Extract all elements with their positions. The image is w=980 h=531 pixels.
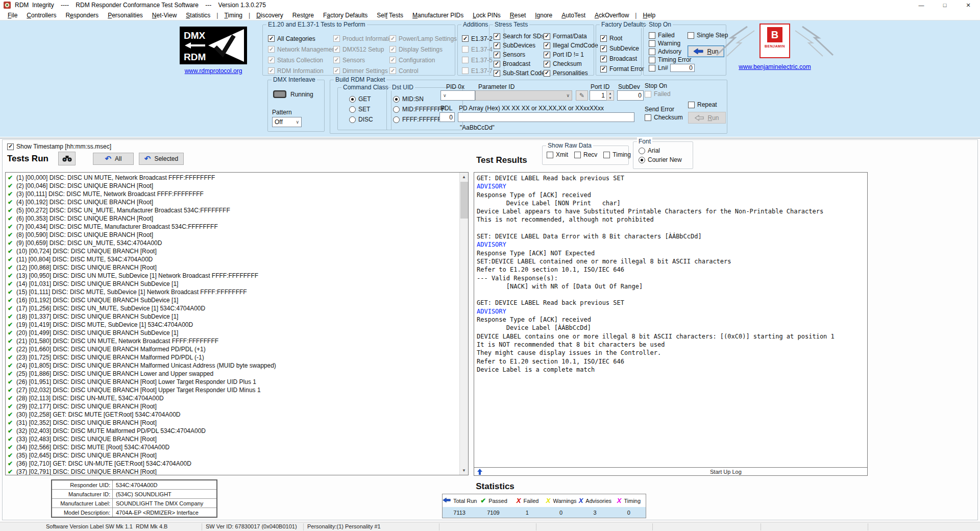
test-run-row[interactable]: ✔(9) [00,659] DISC: DISC UN_MUTE, 534C:4… [7,239,468,247]
line-number-input[interactable]: 0 [670,64,695,72]
checkbox-box[interactable] [494,61,500,67]
radio-circle[interactable] [393,116,400,123]
menu-item-restore[interactable]: Restore [288,11,318,20]
maximize-button[interactable]: □ [933,0,957,10]
rdmprotocol-link[interactable]: www.rdmprotocol.org [185,67,242,75]
test-run-row[interactable]: ✔(18) [01,337] DISC: DISC UNIQUE BRANCH … [7,312,468,321]
pattern-select[interactable]: Off ∨ [272,117,302,127]
menu-item-autotest[interactable]: AutoTest [557,11,590,20]
rerun-selected-button[interactable]: ↶ Selected [139,153,184,165]
test-run-row[interactable]: ✔(24) [01,805] DISC: DISC UNIQUE BRANCH … [7,361,468,370]
checkbox-box[interactable] [649,49,655,55]
checkbox-personalities[interactable]: Personalities [544,68,598,78]
tests-list-scrollbar[interactable]: ▲ ▼ [459,173,468,475]
radio-circle[interactable] [639,148,645,154]
test-run-row[interactable]: ✔(10) [00,724] DISC: DISC UNIQUE BRANCH … [7,247,468,255]
checkbox-box[interactable] [645,114,651,121]
radio-disc[interactable]: DISC [349,114,373,125]
checkbox-illegal-cmdcode[interactable]: Illegal CmdCode [544,41,598,50]
spin-up-icon[interactable]: ▲ [607,91,614,95]
test-run-row[interactable]: ✔(35) [02,645] DISC: DISC UNIQUE BRANCH … [7,451,468,460]
test-run-row[interactable]: ✔(20) [01,499] DISC: DISC UNIQUE BRANCH … [7,329,468,337]
checkbox-box[interactable] [7,143,14,150]
checkbox-warning[interactable]: Warning [649,39,692,47]
test-run-row[interactable]: ✔(27) [02,032] DISC: DISC UNIQUE BRANCH … [7,386,468,394]
radio-get[interactable]: GET [349,94,373,104]
startup-log-bar[interactable]: Start Up Log [474,467,868,476]
checkbox-box[interactable] [494,70,500,77]
test-run-row[interactable]: ✔(13) [00,950] DISC: DISC UN MUTE, SubDe… [7,272,468,280]
checkbox-box[interactable] [462,35,469,42]
checkbox-box[interactable] [268,35,275,42]
test-run-row[interactable]: ✔(8) [00,590] DISC: DISC UNIQUE BRANCH [… [7,231,468,239]
checkbox-box[interactable] [547,152,553,158]
checkbox-timing-error[interactable]: Timing Error [649,56,692,64]
checkbox-show-timestamp-hh-mm-ss-msec[interactable]: Show Timestamp [hh:mm:ss.msec] [7,142,111,151]
test-run-row[interactable]: ✔(32) [02,403] DISC: DISC MUTE Malformed… [7,427,468,435]
menu-item-discovery[interactable]: Discovery [252,11,288,20]
test-run-row[interactable]: ✔(33) [02,483] DISC: DISC UNIQUE BRANCH … [7,435,468,443]
test-run-row[interactable]: ✔(30) [02,258] GET: DISC MUTE [GET:Root]… [7,411,468,419]
test-run-row[interactable]: ✔(19) [01,419] DISC: DISC MUTE, SubDevic… [7,321,468,329]
checkbox-search-for-sds[interactable]: Search for SDs [494,32,545,41]
checkbox-box[interactable] [649,65,655,71]
checkbox-box[interactable] [600,35,607,42]
checkbox-box[interactable] [600,45,607,52]
pd-array-input[interactable] [458,112,634,122]
checkbox-timing[interactable]: Timing [603,151,631,158]
checkbox-box[interactable] [544,42,550,49]
checkbox-advisory[interactable]: Advisory [649,47,692,56]
checkbox-box[interactable] [544,33,550,40]
menu-item-lock-pins[interactable]: Lock PINs [468,11,505,20]
checkbox-checksum[interactable]: Checksum [544,59,598,68]
checkbox-port-id-1[interactable]: Port ID != 1 [544,50,598,59]
checkbox-broadcast[interactable]: Broadcast [600,54,644,64]
test-run-row[interactable]: ✔(25) [01,886] DISC: DISC UNIQUE BRANCH … [7,370,468,378]
checkbox-ln[interactable]: Ln# [649,64,668,72]
checkbox-box[interactable] [688,102,695,108]
menu-item-responders[interactable]: Responders [61,11,103,20]
benjaminelectric-link[interactable]: www.benjaminelectric.com [739,63,811,70]
checkbox-box[interactable] [494,52,500,58]
tests-run-list[interactable]: ✔(1) [00,000] DISC: DISC UN MUTE, Networ… [5,172,469,475]
test-run-row[interactable]: ✔(26) [01,951] DISC: DISC UNIQUE BRANCH … [7,378,468,386]
menu-item-self-tests[interactable]: Self Tests [372,11,408,20]
rerun-all-button[interactable]: ↶ All [93,153,134,165]
checkbox-box[interactable] [649,40,655,47]
checkbox-broadcast[interactable]: Broadcast [494,59,545,68]
test-run-row[interactable]: ✔(4) [00,192] DISC: DISC UNIQUE BRANCH [… [7,198,468,206]
menu-item-manufacturer-pids[interactable]: Manufacturer PIDs [408,11,468,20]
scrollbar-thumb[interactable] [460,182,468,219]
checkbox-box[interactable] [494,42,500,49]
checkbox-subdevice[interactable]: SubDevice [600,43,644,54]
test-run-row[interactable]: ✔(31) [02,352] DISC: DISC UNIQUE BRANCH … [7,419,468,427]
radio-circle[interactable] [349,116,356,123]
checkbox-checksum[interactable]: Checksum [645,113,683,122]
find-button[interactable] [58,152,76,165]
test-run-row[interactable]: ✔(3) [00,111] DISC: DISC MUTE, Network B… [7,190,468,198]
checkbox-box[interactable] [600,56,607,62]
checkbox-box[interactable] [688,32,694,39]
checkbox-xmit[interactable]: Xmit [547,151,568,158]
checkbox-box[interactable] [544,61,550,67]
checkbox-e1-37-2[interactable]: E1.37-2 [462,33,493,44]
test-run-row[interactable]: ✔(34) [02,566] DISC: DISC MUTE [Root] 53… [7,443,468,451]
checkbox-box[interactable] [494,33,500,40]
checkbox-sensors[interactable]: Sensors [494,50,545,59]
radio-circle[interactable] [393,106,400,113]
menu-item-statistics[interactable]: Statistics [181,11,215,20]
checkbox-box[interactable] [600,66,607,73]
checkbox-box[interactable] [544,70,550,77]
checkbox-sub-start-code[interactable]: Sub-Start Code [494,68,545,78]
scroll-up-icon[interactable]: ▲ [460,173,468,181]
close-button[interactable]: ✕ [957,0,980,10]
radio-set[interactable]: SET [349,104,373,114]
checkbox-box[interactable] [603,152,610,158]
test-run-row[interactable]: ✔(7) [00,434] DISC: DISC MUTE, Manufactu… [7,223,468,231]
parameter-id-combo[interactable]: ∨ [475,90,572,101]
radio-courier-new[interactable]: Courier New [639,155,682,164]
checkbox-repeat[interactable]: Repeat [688,101,717,109]
menu-item-net-view[interactable]: Net-View [148,11,181,20]
test-run-row[interactable]: ✔(12) [00,868] DISC: DISC UNIQUE BRANCH … [7,263,468,272]
radio-circle[interactable] [349,96,356,103]
